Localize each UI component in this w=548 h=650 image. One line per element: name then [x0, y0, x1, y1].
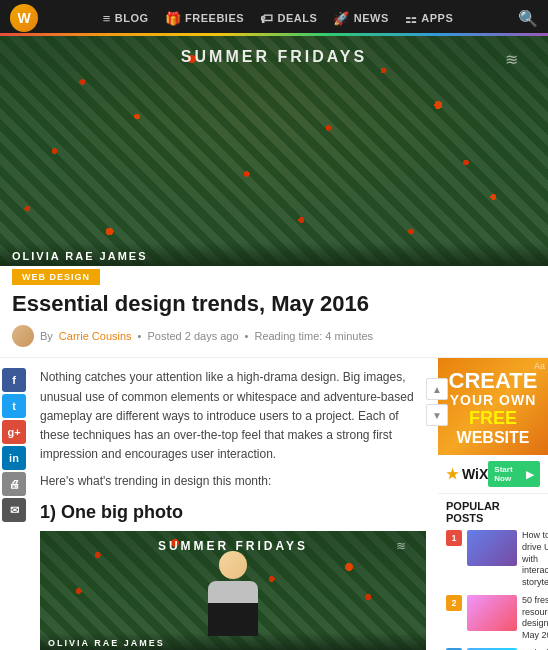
waves-icon: ≋ [505, 50, 518, 69]
person-head [219, 551, 247, 579]
author-link[interactable]: Carrie Cousins [59, 330, 132, 342]
popular-posts-title: POPULAR POSTS [446, 500, 540, 524]
ad-free: FREE [446, 408, 540, 429]
post-title-2: 50 fresh resources designers, May 2016 [522, 595, 548, 642]
print-button[interactable]: 🖨 [2, 472, 26, 496]
linkedin-icon: in [9, 452, 19, 464]
nav-freebies[interactable]: 🎁 FREEBIES [165, 11, 245, 26]
category-badge[interactable]: WEB DESIGN [12, 269, 100, 285]
scroll-up-button[interactable]: ▲ [426, 378, 448, 400]
by-label: By [40, 330, 53, 342]
post-thumbnail-2 [467, 595, 517, 631]
ad-line1: CREATE [446, 370, 540, 392]
print-icon: 🖨 [9, 478, 20, 490]
nav-news-label: NEWS [354, 12, 389, 24]
section-heading-1: 1) One big photo [40, 502, 426, 523]
nav-apps[interactable]: ⚏ APPS [405, 11, 453, 26]
inner-waves-icon: ≋ [396, 539, 406, 553]
wix-name: WiX [462, 466, 488, 482]
hero-berries [0, 36, 548, 266]
nav-blog[interactable]: ≡ BLOG [103, 11, 149, 26]
linkedin-share-button[interactable]: in [2, 446, 26, 470]
hero-title: SUMMER FRIDAYS [0, 48, 548, 66]
deals-icon: 🏷 [260, 11, 274, 26]
dot-separator2: • [245, 330, 249, 342]
twitter-icon: t [12, 400, 16, 412]
article-meta: By Carrie Cousins • Posted 2 days ago • … [12, 325, 536, 347]
nav-news[interactable]: 🚀 NEWS [333, 11, 389, 26]
facebook-share-button[interactable]: f [2, 368, 26, 392]
wix-star-icon: ★ [446, 466, 459, 482]
blog-icon: ≡ [103, 11, 111, 26]
nav-items: ≡ BLOG 🎁 FREEBIES 🏷 DEALS 🚀 NEWS ⚏ APPS [56, 11, 500, 26]
author-avatar [12, 325, 34, 347]
dot-separator: • [138, 330, 142, 342]
search-button[interactable]: 🔍 [518, 9, 538, 28]
ad-website: WEBSITE [446, 429, 540, 447]
hero-name-tag: OLIVIA RAE JAMES [0, 242, 548, 266]
wix-section: ★ WiX Start Now ▶ [438, 455, 548, 494]
post-title-1: How to drive UX with interactive storyte… [522, 530, 548, 588]
email-share-button[interactable]: ✉ [2, 498, 26, 522]
inner-name-tag: OLIVIA RAE JAMES [40, 632, 426, 650]
person-body [208, 581, 258, 636]
inner-person [203, 551, 263, 641]
scroll-down-button[interactable]: ▼ [426, 404, 448, 426]
nav-deals[interactable]: 🏷 DEALS [260, 11, 317, 26]
body-text-1: Nothing catches your attention like a hi… [40, 368, 426, 464]
post-thumbnail-1 [467, 530, 517, 566]
nav-deals-label: DEALS [278, 12, 318, 24]
article-title: Essential design trends, May 2016 [12, 291, 536, 317]
scroll-controls: ▲ ▼ [426, 378, 448, 426]
wix-logo: ★ WiX [446, 466, 488, 482]
social-sidebar: f t g+ in 🖨 ✉ [0, 358, 28, 650]
email-icon: ✉ [10, 504, 19, 517]
ad-indicator: Aa [534, 361, 545, 371]
facebook-icon: f [12, 374, 16, 386]
twitter-share-button[interactable]: t [2, 394, 26, 418]
news-icon: 🚀 [333, 11, 350, 26]
content-wrapper: f t g+ in 🖨 ✉ Nothing catches your atten… [0, 358, 548, 650]
top-navigation: W ≡ BLOG 🎁 FREEBIES 🏷 DEALS 🚀 NEWS ⚏ APP… [0, 0, 548, 36]
article-body: Nothing catches your attention like a hi… [28, 358, 438, 650]
body-text-2: Here's what's trending in design this mo… [40, 472, 426, 491]
site-logo[interactable]: W [10, 4, 38, 32]
start-now-label: Start Now [494, 465, 524, 483]
googleplus-share-button[interactable]: g+ [2, 420, 26, 444]
logo-letter: W [17, 10, 30, 26]
apps-icon: ⚏ [405, 11, 418, 26]
reading-time: Reading time: 4 minutes [254, 330, 373, 342]
inner-hero-image: SUMMER FRIDAYS ≋ OLIVIA RAE JAMES [40, 531, 426, 650]
ad-line2a: YOUR OWN [446, 392, 540, 408]
start-now-button[interactable]: Start Now ▶ [488, 461, 540, 487]
googleplus-icon: g+ [7, 426, 20, 438]
nav-freebies-label: FREEBIES [185, 12, 244, 24]
advertisement-banner[interactable]: Aa CREATE YOUR OWN FREE WEBSITE [438, 358, 548, 455]
popular-posts-section: POPULAR POSTS 1 How to drive UX with int… [438, 494, 548, 650]
popular-post-1[interactable]: 1 How to drive UX with interactive story… [446, 530, 540, 588]
post-number-1: 1 [446, 530, 462, 546]
hero-image: SUMMER FRIDAYS ≋ OLIVIA RAE JAMES [0, 36, 548, 266]
article-header: WEB DESIGN Essential design trends, May … [0, 266, 548, 358]
post-number-2: 2 [446, 595, 462, 611]
freebies-icon: 🎁 [165, 11, 182, 26]
popular-post-2[interactable]: 2 50 fresh resources designers, May 2016 [446, 595, 540, 642]
right-sidebar: ▲ ▼ Aa CREATE YOUR OWN FREE WEBSITE ★ Wi… [438, 358, 548, 650]
article-paragraph-1: Nothing catches your attention like a hi… [40, 368, 426, 491]
nav-apps-label: APPS [421, 12, 453, 24]
posted-date: Posted 2 days ago [147, 330, 238, 342]
arrow-icon: ▶ [526, 469, 534, 480]
nav-blog-label: BLOG [115, 12, 149, 24]
